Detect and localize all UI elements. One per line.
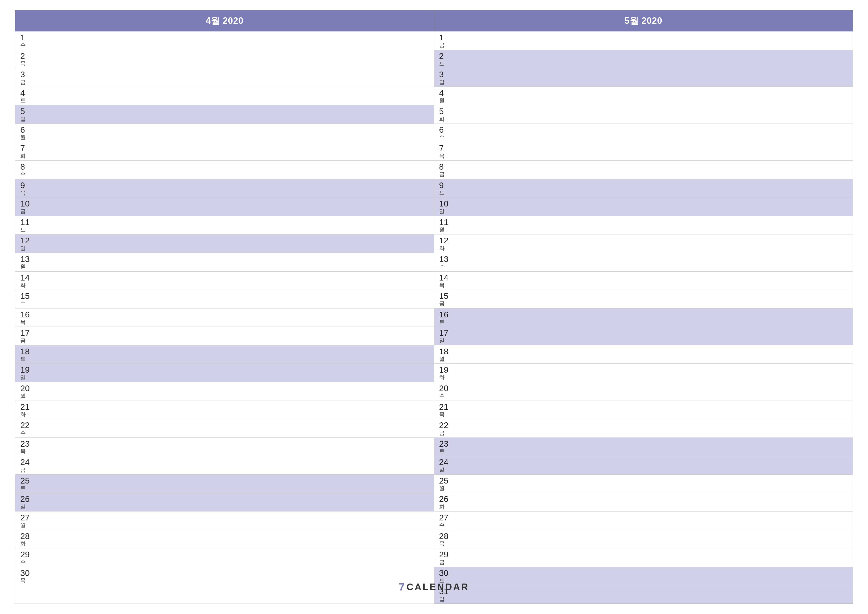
- day-number: 8: [20, 162, 25, 171]
- day-name: 수: [439, 522, 445, 528]
- day-number: 15: [439, 291, 449, 300]
- day-number: 10: [439, 199, 449, 208]
- day-name: 수: [439, 134, 445, 140]
- day-number-block: 9목: [20, 181, 35, 196]
- calendar-may: 5월 20201금2토3일4월5화6수7목8금9토10일11월12화13수14목…: [434, 10, 853, 604]
- day-number: 16: [20, 310, 30, 319]
- day-number: 30: [439, 569, 449, 578]
- day-name: 화: [20, 412, 26, 417]
- day-name: 토: [20, 98, 26, 104]
- day-number-block: 12화: [439, 236, 454, 251]
- day-number: 22: [20, 421, 30, 430]
- calendar-header-may: 5월 2020: [434, 10, 853, 31]
- day-number: 10: [20, 199, 30, 208]
- day-number: 14: [439, 273, 449, 282]
- day-number-block: 21목: [439, 402, 454, 418]
- day-row: 26화: [434, 493, 853, 511]
- day-name: 일: [20, 116, 26, 122]
- day-name: 월: [439, 485, 445, 491]
- day-row: 14목: [434, 272, 853, 290]
- day-number: 4: [20, 89, 25, 98]
- day-name: 토: [20, 485, 26, 491]
- day-name: 목: [439, 541, 445, 547]
- day-number-block: 8수: [20, 162, 35, 177]
- day-name: 일: [20, 504, 26, 510]
- day-number: 6: [439, 125, 444, 134]
- day-row: 21목: [434, 401, 853, 420]
- day-number-block: 5일: [20, 107, 35, 122]
- day-number: 12: [20, 236, 30, 245]
- day-number: 8: [439, 162, 444, 171]
- day-number-block: 15금: [439, 291, 454, 307]
- day-number: 16: [439, 310, 449, 319]
- day-number: 24: [439, 457, 449, 467]
- day-name: 목: [20, 190, 26, 196]
- day-row: 1금: [434, 31, 853, 50]
- day-number-block: 29수: [20, 550, 35, 565]
- watermark-icon: 7: [399, 581, 405, 593]
- day-row: 15금: [434, 290, 853, 308]
- day-number-block: 6월: [20, 125, 35, 141]
- day-name: 금: [439, 300, 445, 306]
- day-number-block: 3일: [439, 70, 454, 85]
- day-number: 23: [20, 439, 30, 448]
- day-number: 3: [439, 70, 444, 79]
- day-row: 4토: [16, 87, 434, 106]
- day-number: 27: [439, 513, 449, 522]
- day-row: 23목: [16, 438, 434, 456]
- day-number-block: 23토: [439, 439, 454, 455]
- day-number: 26: [439, 494, 449, 504]
- day-number-block: 24일: [439, 457, 454, 473]
- day-number-block: 16목: [20, 310, 35, 325]
- day-number: 12: [439, 236, 449, 245]
- calendar-header-april: 4월 2020: [16, 10, 434, 31]
- day-row: 24일: [434, 456, 853, 475]
- day-name: 월: [20, 393, 26, 399]
- day-number: 9: [439, 181, 444, 190]
- day-row: 8수: [16, 161, 434, 179]
- day-row: 19화: [434, 364, 853, 382]
- day-row: 27수: [434, 511, 853, 530]
- day-row: 14화: [16, 272, 434, 290]
- day-number: 28: [20, 532, 30, 541]
- day-row: 20월: [16, 382, 434, 401]
- day-number-block: 28목: [439, 532, 454, 547]
- day-number: 1: [439, 33, 444, 42]
- day-number-block: 4토: [20, 89, 35, 104]
- day-row: 6수: [434, 124, 853, 142]
- day-row: 1수: [16, 31, 434, 50]
- day-row: 12화: [434, 235, 853, 253]
- day-row: 16토: [434, 308, 853, 327]
- day-number: 6: [20, 125, 25, 134]
- day-name: 일: [439, 467, 445, 473]
- day-name: 월: [20, 134, 26, 140]
- day-number: 18: [20, 347, 30, 356]
- day-row: 31일: [434, 585, 853, 604]
- day-number-block: 16토: [439, 310, 454, 325]
- day-number-block: 19일: [20, 365, 35, 381]
- day-name: 금: [439, 42, 445, 48]
- day-name: 금: [20, 79, 26, 85]
- day-number: 7: [439, 144, 444, 153]
- day-name: 금: [20, 338, 26, 344]
- day-name: 목: [20, 448, 26, 454]
- day-number: 19: [439, 365, 449, 375]
- day-name: 금: [439, 430, 445, 436]
- day-row: 2목: [16, 50, 434, 68]
- day-name: 일: [439, 596, 445, 602]
- day-number-block: 3금: [20, 70, 35, 85]
- day-number: 1: [20, 33, 25, 42]
- day-number: 20: [439, 384, 449, 393]
- day-name: 화: [439, 116, 445, 122]
- day-row: 22수: [16, 419, 434, 438]
- day-number: 11: [20, 218, 30, 227]
- day-number: 21: [20, 402, 30, 412]
- day-name: 일: [20, 246, 26, 251]
- day-number-block: 5화: [439, 107, 454, 122]
- day-row: 11토: [16, 216, 434, 235]
- day-number-block: 10금: [20, 199, 35, 215]
- day-name: 금: [20, 467, 26, 473]
- day-name: 목: [20, 578, 26, 584]
- day-number: 29: [20, 550, 30, 559]
- day-number: 13: [20, 255, 30, 264]
